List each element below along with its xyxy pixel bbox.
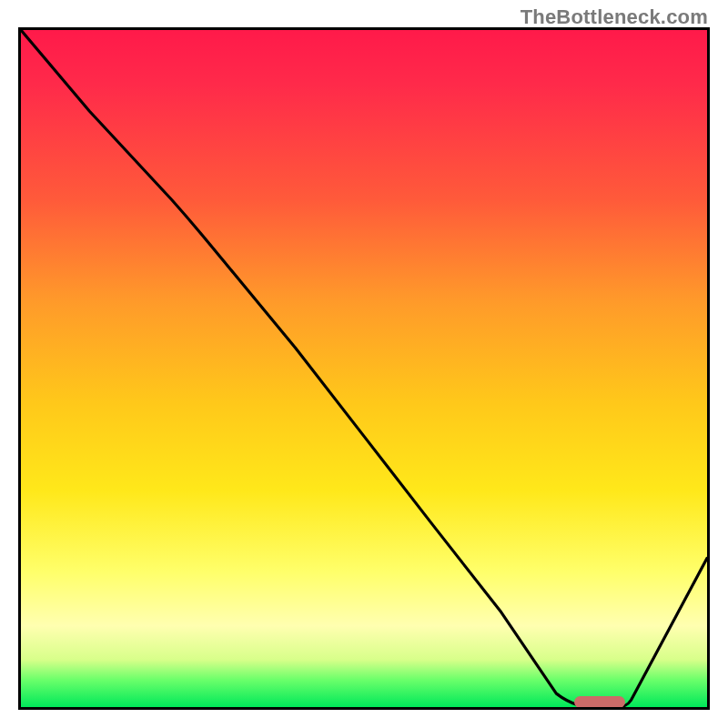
watermark-text: TheBottleneck.com (521, 5, 708, 29)
chart-container: TheBottleneck.com (0, 0, 728, 728)
plot-area (18, 27, 710, 710)
bottleneck-curve (21, 30, 707, 707)
optimal-range-marker (574, 696, 625, 708)
